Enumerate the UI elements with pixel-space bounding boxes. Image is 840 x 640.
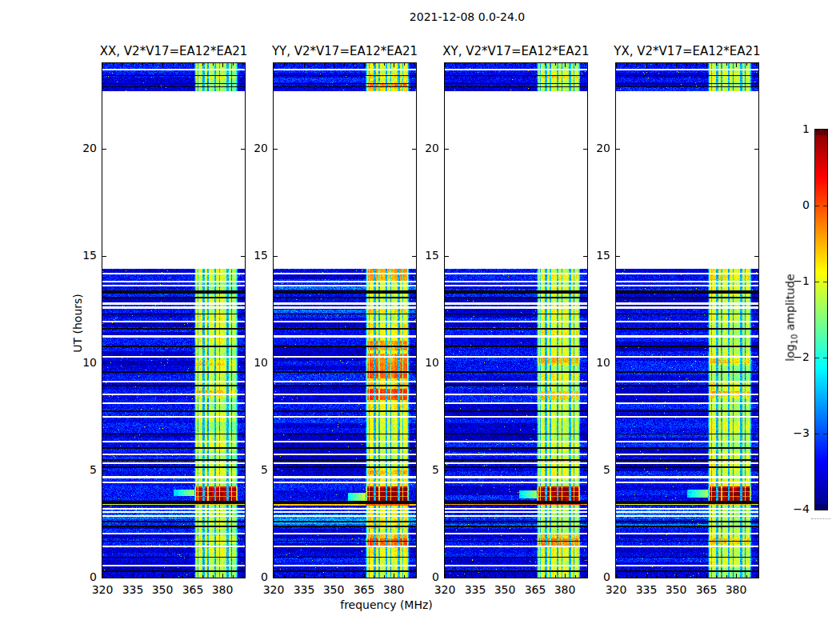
colorbar-end-hatch xyxy=(821,130,822,135)
x-axis-minor-tick xyxy=(153,63,154,66)
x-axis-minor-tick xyxy=(142,63,143,66)
x-axis-minor-tick xyxy=(696,63,697,66)
x-axis-minor-tick xyxy=(485,575,486,578)
x-tick-label: 350 xyxy=(666,583,687,596)
x-axis-minor-tick xyxy=(294,575,294,578)
y-axis-tick xyxy=(616,256,620,257)
colorbar-extend-dots xyxy=(811,518,830,519)
x-axis-minor-tick xyxy=(404,63,405,66)
x-axis-tick xyxy=(364,63,365,67)
x-axis-tick xyxy=(565,574,566,578)
figure-title: 2021-12-08 0.0-24.0 xyxy=(410,10,525,23)
x-axis-minor-tick xyxy=(113,575,114,578)
x-axis-tick xyxy=(102,574,103,578)
colorbar-end-hatch xyxy=(826,130,826,135)
y-axis-tick xyxy=(754,578,758,578)
panel-yx: YX, V2*V17=EA12*EA2105101520320335350365… xyxy=(616,63,758,578)
x-axis-tick xyxy=(535,574,536,578)
y-axis-tick xyxy=(102,149,106,150)
x-tick-label: 335 xyxy=(294,583,315,596)
y-axis-tick xyxy=(412,470,416,471)
x-tick-label: 320 xyxy=(92,583,114,596)
y-tick-label: 20 xyxy=(425,142,439,154)
x-axis-minor-tick xyxy=(202,63,203,66)
panel-title-yy: YY, V2*V17=EA12*EA21 xyxy=(272,44,418,58)
x-axis-tick xyxy=(676,63,677,67)
y-axis-tick xyxy=(412,363,416,364)
y-tick-label: 5 xyxy=(603,463,610,476)
x-axis-minor-tick xyxy=(153,575,154,578)
x-tick-label: 365 xyxy=(182,583,204,596)
panel-xx: XX, V2*V17=EA12*EA2105101520320335350365… xyxy=(102,63,245,578)
colorbar-label-amplitude: amplitude xyxy=(784,274,797,334)
y-axis-tick xyxy=(412,149,416,150)
panel-title-xx: XX, V2*V17=EA12*EA21 xyxy=(100,44,247,58)
colorbar-end-hatch xyxy=(824,130,825,135)
x-axis-tick xyxy=(676,574,677,578)
x-axis-minor-tick xyxy=(515,575,516,578)
x-axis-minor-tick xyxy=(213,63,214,66)
colorbar-tick xyxy=(823,434,827,434)
x-axis-minor-tick xyxy=(495,575,496,578)
x-axis-minor-tick xyxy=(284,575,285,578)
x-axis-minor-tick xyxy=(756,63,757,66)
x-axis-minor-tick xyxy=(495,63,496,66)
x-axis-minor-tick xyxy=(636,575,637,578)
x-axis-tick xyxy=(334,574,334,578)
x-axis-minor-tick xyxy=(545,575,546,578)
x-axis-tick xyxy=(445,574,446,578)
y-tick-label: 10 xyxy=(254,356,268,369)
colorbar-label: log10 amplitude xyxy=(784,274,799,361)
x-tick-label: 335 xyxy=(122,583,144,596)
y-tick-label: 15 xyxy=(425,249,439,262)
x-axis-tick xyxy=(133,574,134,578)
x-axis-minor-tick xyxy=(726,575,727,578)
spectrogram-canvas-xx xyxy=(102,63,245,578)
x-axis-tick xyxy=(394,574,394,578)
y-axis-tick xyxy=(241,578,245,578)
x-axis-tick xyxy=(565,63,566,67)
x-axis-tick xyxy=(706,574,707,578)
x-axis-tick xyxy=(736,574,737,578)
colorbar-tick xyxy=(823,282,827,282)
x-axis-minor-tick xyxy=(656,575,657,578)
y-axis-tick xyxy=(754,256,758,257)
x-axis-minor-tick xyxy=(666,575,667,578)
x-axis-minor-tick xyxy=(656,63,657,66)
x-axis-minor-tick xyxy=(233,63,234,66)
x-axis-minor-tick xyxy=(344,575,345,578)
x-axis-tick xyxy=(364,574,365,578)
x-axis-tick xyxy=(162,63,163,67)
y-axis-tick xyxy=(583,578,587,578)
x-axis-tick xyxy=(505,63,506,67)
x-axis-tick xyxy=(646,574,647,578)
x-axis-minor-tick xyxy=(525,575,526,578)
x-axis-minor-tick xyxy=(122,575,123,578)
x-axis-minor-tick xyxy=(182,63,183,66)
x-axis-minor-tick xyxy=(113,63,114,66)
y-axis-tick xyxy=(274,149,278,150)
x-tick-label: 350 xyxy=(494,583,516,596)
x-axis-minor-tick xyxy=(314,575,314,578)
x-axis-minor-tick xyxy=(455,575,456,578)
y-axis-tick xyxy=(616,363,620,364)
colorbar-label-log: log xyxy=(784,344,797,361)
colorbar-tick-label: −3 xyxy=(762,426,810,439)
y-axis-tick xyxy=(412,256,416,257)
x-axis-minor-tick xyxy=(294,63,294,66)
x-axis-minor-tick xyxy=(746,63,747,66)
x-axis-minor-tick xyxy=(686,575,687,578)
x-axis-minor-tick xyxy=(626,575,627,578)
y-tick-label: 5 xyxy=(261,463,268,476)
y-axis-tick xyxy=(583,149,587,150)
x-axis-tick xyxy=(706,63,707,67)
x-axis-minor-tick xyxy=(575,63,576,66)
spectrogram-canvas-yx xyxy=(616,63,758,578)
colorbar-tick xyxy=(815,282,819,282)
colorbar-tick xyxy=(815,206,819,206)
x-tick-label: 380 xyxy=(726,583,747,596)
x-axis-minor-tick xyxy=(173,63,174,66)
x-axis-minor-tick xyxy=(242,63,243,66)
y-axis-tick xyxy=(445,363,449,364)
y-axis-tick xyxy=(445,256,449,257)
